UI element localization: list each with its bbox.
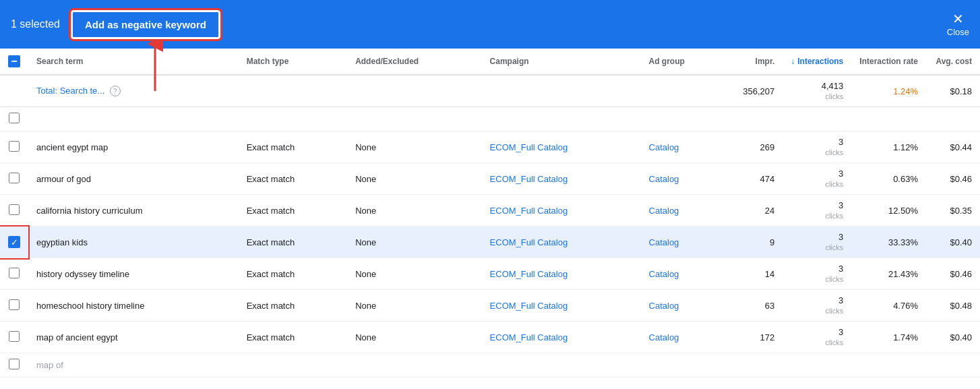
- clicks-sub: clicks: [825, 243, 843, 251]
- ad-group-link[interactable]: Catalog: [649, 174, 679, 184]
- ad-group-link[interactable]: Catalog: [649, 301, 679, 311]
- campaign-link[interactable]: ECOM_Full Catalog: [490, 174, 568, 184]
- clicks-sub: clicks: [825, 148, 843, 156]
- row-checkbox-cell[interactable]: [0, 131, 28, 163]
- interaction-rate-cell: 33.33%: [851, 227, 926, 258]
- ad-group-cell[interactable]: Catalog: [641, 195, 729, 227]
- campaign-cell[interactable]: ECOM_Full Catalog: [482, 227, 641, 258]
- row-checkbox[interactable]: [9, 299, 20, 310]
- ad-group-cell[interactable]: Catalog: [641, 258, 729, 290]
- ad-group-cell[interactable]: Catalog: [641, 131, 729, 163]
- total-label-cell: Total: Search te... ?: [28, 75, 239, 107]
- row-checkbox[interactable]: [9, 268, 20, 278]
- interaction-rate-cell: 1.74%: [851, 322, 926, 353]
- campaign-link[interactable]: ECOM_Full Catalog: [490, 142, 568, 152]
- partial-search-term: map of: [28, 353, 239, 378]
- row-checkbox-cell[interactable]: [0, 107, 28, 131]
- table-row: [0, 107, 980, 131]
- row-checkbox[interactable]: [9, 113, 20, 123]
- total-checkbox-cell: [0, 75, 28, 107]
- row-checkbox-cell[interactable]: [0, 290, 28, 322]
- ad-group-link[interactable]: Catalog: [649, 332, 679, 342]
- interactions-header[interactable]: ↓Interactions: [783, 49, 851, 75]
- added-excluded-cell: None: [347, 290, 481, 322]
- added-excluded-cell: None: [347, 227, 481, 258]
- row-checkbox-cell[interactable]: [0, 258, 28, 290]
- interaction-rate-cell: 21.43%: [851, 258, 926, 290]
- added-excluded-header: Added/Excluded: [347, 49, 481, 75]
- sort-icon: ↓: [791, 57, 795, 66]
- campaign-link[interactable]: ECOM_Full Catalog: [490, 206, 568, 216]
- added-excluded-cell: None: [347, 258, 481, 290]
- ad-group-link[interactable]: Catalog: [649, 237, 679, 247]
- avg-cost-cell: $0.44: [926, 131, 980, 163]
- row-checkbox[interactable]: [9, 141, 20, 152]
- row-checkbox[interactable]: [9, 359, 20, 369]
- match-type-cell: Exact match: [239, 227, 347, 258]
- ad-group-cell[interactable]: Catalog: [641, 290, 729, 322]
- total-match-type: [239, 75, 347, 107]
- ad-group-cell[interactable]: Catalog: [641, 227, 729, 258]
- total-added-excluded: [347, 75, 481, 107]
- ad-group-link[interactable]: Catalog: [649, 269, 679, 279]
- row-checkbox[interactable]: [9, 204, 20, 215]
- row-checkbox-checked[interactable]: ✓: [8, 236, 20, 248]
- close-label: Close: [947, 27, 969, 37]
- impr-header: Impr.: [729, 49, 783, 75]
- table-row: homeschool history timeline Exact match …: [0, 290, 980, 322]
- match-type-cell: Exact match: [239, 131, 347, 163]
- add-negative-keyword-button[interactable]: Add as negative keyword: [71, 10, 220, 39]
- close-button[interactable]: ✕ Close: [947, 12, 969, 37]
- selected-count: 1 selected: [11, 18, 60, 30]
- match-type-cell: Exact match: [239, 290, 347, 322]
- select-all-header[interactable]: −: [0, 49, 28, 75]
- interaction-rate-cell: 1.12%: [851, 131, 926, 163]
- interaction-rate-cell: 4.76%: [851, 290, 926, 322]
- interactions-cell: 3clicks: [783, 131, 851, 163]
- campaign-link[interactable]: ECOM_Full Catalog: [490, 332, 568, 342]
- match-type-cell: Exact match: [239, 163, 347, 195]
- impr-cell: 9: [729, 227, 783, 258]
- row-checkbox[interactable]: [9, 173, 20, 183]
- table-row: ancient egypt map Exact match None ECOM_…: [0, 131, 980, 163]
- campaign-cell[interactable]: ECOM_Full Catalog: [482, 131, 641, 163]
- impr-cell: 24: [729, 195, 783, 227]
- row-checkbox-cell[interactable]: [0, 353, 28, 378]
- interaction-rate-cell: 12.50%: [851, 195, 926, 227]
- select-all-checkbox[interactable]: −: [8, 55, 20, 67]
- ad-group-cell[interactable]: Catalog: [641, 163, 729, 195]
- campaign-link[interactable]: ECOM_Full Catalog: [490, 237, 568, 247]
- campaign-link[interactable]: ECOM_Full Catalog: [490, 269, 568, 279]
- row-checkbox-cell[interactable]: [0, 322, 28, 353]
- table-row: armour of god Exact match None ECOM_Full…: [0, 163, 980, 195]
- total-avg-cost: $0.18: [926, 75, 980, 107]
- interactions-cell: 3clicks: [783, 322, 851, 353]
- ad-group-link[interactable]: Catalog: [649, 206, 679, 216]
- campaign-link[interactable]: ECOM_Full Catalog: [490, 301, 568, 311]
- search-term-cell: map of ancient egypt: [28, 322, 239, 353]
- campaign-cell[interactable]: ECOM_Full Catalog: [482, 290, 641, 322]
- table-header-row: − Search term Match type Added/Excluded …: [0, 49, 980, 75]
- row-checkbox-cell[interactable]: [0, 195, 28, 227]
- interactions-cell: 3clicks: [783, 258, 851, 290]
- row-checkbox-cell[interactable]: [0, 163, 28, 195]
- added-excluded-cell: None: [347, 131, 481, 163]
- campaign-cell[interactable]: ECOM_Full Catalog: [482, 322, 641, 353]
- campaign-cell[interactable]: ECOM_Full Catalog: [482, 258, 641, 290]
- clicks-sub: clicks: [825, 307, 843, 315]
- impr-cell: 14: [729, 258, 783, 290]
- row-checkbox-cell[interactable]: ✓: [0, 227, 28, 258]
- row-checkbox[interactable]: [9, 331, 20, 342]
- interactions-cell: 3clicks: [783, 290, 851, 322]
- campaign-cell[interactable]: ECOM_Full Catalog: [482, 163, 641, 195]
- added-excluded-cell: None: [347, 322, 481, 353]
- avg-cost-cell: $0.40: [926, 322, 980, 353]
- ad-group-cell[interactable]: Catalog: [641, 322, 729, 353]
- ad-group-link[interactable]: Catalog: [649, 142, 679, 152]
- clicks-sub: clicks: [825, 338, 843, 347]
- search-term-cell: armour of god: [28, 163, 239, 195]
- help-icon[interactable]: ?: [110, 86, 121, 96]
- campaign-cell[interactable]: ECOM_Full Catalog: [482, 195, 641, 227]
- close-icon: ✕: [952, 12, 964, 26]
- match-type-cell: Exact match: [239, 258, 347, 290]
